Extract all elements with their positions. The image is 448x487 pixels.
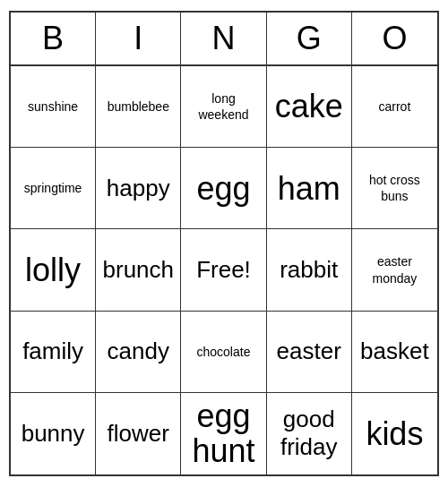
bingo-card: BINGO sunshinebumblebeelong weekendcakec… bbox=[9, 11, 439, 476]
bingo-cell[interactable]: ham bbox=[267, 148, 352, 229]
bingo-cell[interactable]: egg bbox=[181, 148, 266, 229]
bingo-cell[interactable]: good friday bbox=[267, 393, 352, 474]
cell-label: candy bbox=[108, 337, 169, 365]
cell-label: sunshine bbox=[28, 98, 78, 115]
bingo-cell[interactable]: long weekend bbox=[181, 66, 266, 148]
cell-label: springtime bbox=[24, 180, 82, 196]
header-letter: G bbox=[267, 13, 352, 64]
bingo-header: BINGO bbox=[11, 13, 437, 66]
cell-label: long weekend bbox=[186, 90, 260, 123]
cell-label: carrot bbox=[378, 98, 410, 115]
cell-label: hot cross buns bbox=[358, 172, 432, 204]
bingo-cell[interactable]: hot cross buns bbox=[352, 148, 437, 229]
bingo-grid: sunshinebumblebeelong weekendcakecarrots… bbox=[11, 66, 437, 474]
bingo-cell[interactable]: family bbox=[11, 312, 96, 393]
header-letter: B bbox=[11, 13, 96, 64]
cell-label: basket bbox=[360, 337, 429, 365]
cell-label: flower bbox=[108, 420, 169, 448]
bingo-cell[interactable]: egg hunt bbox=[181, 393, 266, 474]
bingo-cell[interactable]: easter monday bbox=[352, 229, 437, 311]
bingo-cell[interactable]: basket bbox=[352, 312, 437, 393]
cell-label: bumblebee bbox=[108, 98, 169, 115]
cell-label: Free! bbox=[196, 256, 251, 284]
bingo-cell[interactable]: candy bbox=[96, 312, 181, 393]
bingo-cell[interactable]: brunch bbox=[96, 229, 181, 311]
cell-label: kids bbox=[366, 416, 423, 452]
cell-label: egg bbox=[196, 171, 250, 207]
bingo-cell[interactable]: flower bbox=[96, 393, 181, 474]
cell-label: lolly bbox=[25, 252, 81, 288]
header-letter: O bbox=[352, 13, 437, 64]
bingo-cell[interactable]: bunny bbox=[11, 393, 96, 474]
header-letter: N bbox=[181, 13, 266, 64]
cell-label: easter bbox=[277, 337, 341, 365]
bingo-cell[interactable]: chocolate bbox=[181, 312, 266, 393]
cell-label: chocolate bbox=[197, 344, 251, 360]
cell-label: happy bbox=[107, 175, 170, 202]
bingo-cell[interactable]: happy bbox=[96, 148, 181, 229]
bingo-cell[interactable]: cake bbox=[267, 66, 352, 148]
bingo-cell[interactable]: sunshine bbox=[11, 66, 96, 148]
cell-label: ham bbox=[278, 171, 340, 207]
bingo-cell[interactable]: kids bbox=[352, 393, 437, 474]
cell-label: egg hunt bbox=[186, 398, 260, 469]
cell-label: family bbox=[22, 337, 83, 365]
bingo-cell[interactable]: easter bbox=[267, 312, 352, 393]
cell-label: easter monday bbox=[358, 253, 432, 286]
cell-label: cake bbox=[275, 89, 343, 124]
cell-label: rabbit bbox=[280, 256, 338, 284]
bingo-cell[interactable]: lolly bbox=[11, 229, 96, 311]
header-letter: I bbox=[96, 13, 181, 64]
bingo-cell[interactable]: carrot bbox=[352, 66, 437, 148]
cell-label: good friday bbox=[272, 406, 346, 461]
cell-label: bunny bbox=[22, 420, 85, 448]
bingo-cell[interactable]: rabbit bbox=[267, 229, 352, 311]
bingo-cell[interactable]: springtime bbox=[11, 148, 96, 229]
bingo-cell[interactable]: bumblebee bbox=[96, 66, 181, 148]
cell-label: brunch bbox=[103, 256, 175, 284]
bingo-cell[interactable]: Free! bbox=[181, 229, 266, 311]
